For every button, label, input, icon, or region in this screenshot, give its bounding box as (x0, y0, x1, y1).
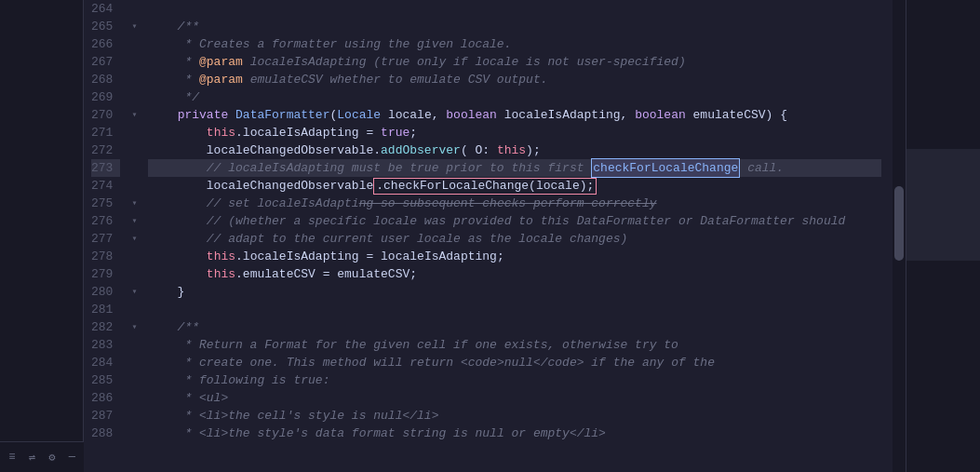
gutter-btn[interactable] (131, 177, 148, 195)
line-number: 266 (91, 35, 120, 53)
align-button[interactable]: ≡ (4, 448, 20, 466)
line-number: 279 (91, 265, 120, 283)
gutter-btn[interactable] (131, 142, 148, 159)
line-number: 282 (91, 318, 120, 336)
gutter-btn[interactable]: ▾ (131, 318, 148, 336)
line-number: 283 (91, 336, 120, 354)
gutter-btn[interactable] (131, 389, 148, 407)
sidebar: ≡ ⇌ ⚙ — (0, 0, 84, 472)
gutter-btn[interactable] (131, 354, 148, 371)
gutter-btn[interactable]: ▾ (131, 195, 148, 212)
line-number: 265 (91, 18, 120, 35)
bottom-toolbar: ≡ ⇌ ⚙ — (0, 441, 84, 472)
line-number: 269 (91, 88, 120, 106)
minimap-highlight (906, 149, 980, 261)
line-number: 280 (91, 283, 120, 301)
line-number: 277 (91, 230, 120, 248)
code-line (148, 0, 881, 18)
line-number: 281 (91, 301, 120, 318)
gutter-btn[interactable] (131, 88, 148, 106)
gutter-btn[interactable]: ▾ (131, 106, 148, 124)
gutter-btn[interactable]: ▾ (131, 18, 148, 35)
code-line: // set localeIsAdapting so subsequent ch… (148, 195, 881, 212)
line-number: 278 (91, 248, 120, 265)
code-line: * create one. This method will return <c… (148, 354, 881, 371)
scrollbar[interactable] (893, 0, 906, 472)
code-line: * <ul> (148, 389, 881, 407)
settings-button[interactable]: ⚙ (44, 448, 60, 466)
code-line: localeChangedObservable.checkForLocaleCh… (148, 177, 881, 195)
gutter-btn[interactable]: ▾ (131, 212, 148, 230)
editor-area: 2642652662672682692702712722732742752762… (84, 0, 980, 472)
line-number: 271 (91, 124, 120, 142)
line-number: 286 (91, 389, 120, 407)
code-line: * <li>the style's data format string is … (148, 425, 881, 442)
gutter-btn[interactable]: ▾ (131, 230, 148, 248)
highlighted-reference: checkForLocaleChange (591, 158, 740, 178)
code-line: */ (148, 88, 881, 106)
gutter: ▾▾▾▾▾▾▾ (131, 0, 148, 472)
line-number: 274 (91, 177, 120, 195)
code-line: * Return a Format for the given cell if … (148, 336, 881, 354)
gutter-btn[interactable] (131, 407, 148, 425)
line-number: 285 (91, 371, 120, 389)
gutter-btn[interactable] (131, 124, 148, 142)
minimap (906, 0, 980, 472)
scrollbar-thumb[interactable] (894, 186, 904, 261)
line-number: 288 (91, 425, 120, 442)
line-number: 267 (91, 53, 120, 71)
code-line: this.emulateCSV = emulateCSV; (148, 265, 881, 283)
line-numbers: 2642652662672682692702712722732742752762… (84, 0, 131, 472)
gutter-btn[interactable] (131, 71, 148, 88)
code-line: // localeIsAdapting must be true prior t… (148, 159, 881, 177)
line-number: 272 (91, 142, 120, 159)
code-line: * following is true: (148, 371, 881, 389)
line-number: 275 (91, 195, 120, 212)
code-line: * Creates a formatter using the given lo… (148, 35, 881, 53)
code-line: /** (148, 318, 881, 336)
line-number: 270 (91, 106, 120, 124)
line-number: 268 (91, 71, 120, 88)
gutter-btn[interactable] (131, 336, 148, 354)
code-line: * <li>the cell's style is null</li> (148, 407, 881, 425)
gutter-btn[interactable] (131, 53, 148, 71)
close-button[interactable]: — (64, 448, 81, 466)
code-line: * @param emulateCSV whether to emulate C… (148, 71, 881, 88)
gutter-btn[interactable] (131, 371, 148, 389)
code-line: // (whether a specific locale was provid… (148, 212, 881, 230)
gutter-btn[interactable] (131, 159, 148, 177)
line-number: 264 (91, 0, 120, 18)
split-button[interactable]: ⇌ (24, 448, 41, 466)
gutter-btn[interactable] (131, 425, 148, 442)
line-number: 287 (91, 407, 120, 425)
code-line: this.localeIsAdapting = localeIsAdapting… (148, 248, 881, 265)
code-line: } (148, 283, 881, 301)
gutter-btn[interactable] (131, 301, 148, 318)
gutter-btn[interactable] (131, 35, 148, 53)
code-line: localeChangedObservable.addObserver( O: … (148, 142, 881, 159)
gutter-btn[interactable]: ▾ (131, 283, 148, 301)
code-line: private DataFormatter(Locale locale, boo… (148, 106, 881, 124)
code-line: // adapt to the current user locale as t… (148, 230, 881, 248)
line-number: 273 (91, 159, 120, 177)
gutter-btn[interactable] (131, 265, 148, 283)
line-number: 276 (91, 212, 120, 230)
red-box-highlight: .checkForLocaleChange(locale); (373, 178, 597, 195)
code-line: * @param localeIsAdapting (true only if … (148, 53, 881, 71)
code-line: /** (148, 18, 881, 35)
line-number: 284 (91, 354, 120, 371)
code-line: this.localeIsAdapting = true; (148, 124, 881, 142)
gutter-btn[interactable] (131, 0, 148, 18)
code-line (148, 301, 881, 318)
code-content[interactable]: /** * Creates a formatter using the give… (148, 0, 893, 472)
gutter-btn[interactable] (131, 248, 148, 265)
